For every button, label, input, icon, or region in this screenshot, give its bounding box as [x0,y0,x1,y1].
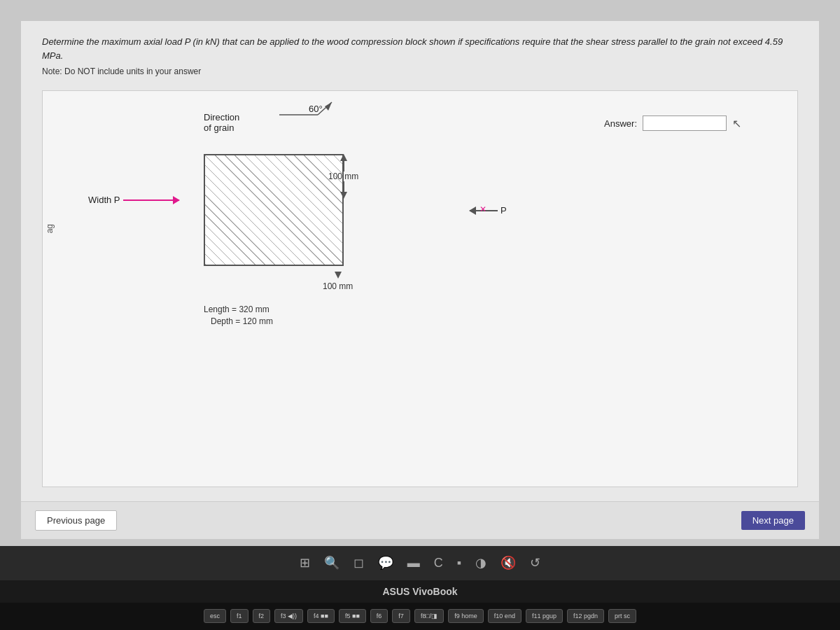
nav-bar: Previous page Next page [21,501,819,539]
svg-marker-2 [325,102,332,111]
answer-area: Answer: ↖ [604,115,741,131]
diagram-area: ag Direction of grain 60° [42,90,798,487]
key-esc[interactable]: esc [204,609,226,623]
key-f5[interactable]: f5 ■■ [339,609,366,623]
dim-100mm-bottom: 100 mm [323,272,353,291]
cursor-icon: ↖ [732,117,741,130]
key-f7[interactable]: f7 [392,609,410,623]
search-icon[interactable]: 🔍 [324,555,340,570]
taskbar-icon-3[interactable]: ◻ [354,555,364,570]
dim-100mm-top: 100 mm [328,154,358,199]
compression-block [204,154,344,266]
taskbar-top: ⊞ 🔍 ◻ 💬 ▬ C ▪ ◑ 🔇 ↺ [0,546,840,580]
length-label: Length = 320 mm [204,304,270,314]
taskbar-icon-6[interactable]: C [434,556,443,570]
key-f10[interactable]: f10 end [488,609,522,623]
direction-of-grain-label: Direction of grain [204,112,239,133]
p-right-label: P [470,205,507,216]
taskbar-icon-7[interactable]: ▪ [457,556,461,570]
left-tag: ag [45,224,55,233]
answer-label: Answer: [604,118,637,129]
answer-input[interactable] [643,115,727,131]
note-text: Note: Do NOT include units in your answe… [42,66,798,76]
taskbar-icon-5[interactable]: ▬ [407,556,420,570]
next-page-button[interactable]: Next page [741,511,805,530]
keyboard-row: esc f1 f2 f3 ◀)) f4 ■■ f5 ■■ f6 f7 f8□/◨… [0,603,840,630]
key-f1[interactable]: f1 [230,609,248,623]
taskbar-icon-8[interactable]: ◑ [475,555,486,570]
key-f9[interactable]: f9 home [448,609,484,623]
angle-label: 60° [309,104,323,114]
key-f11[interactable]: f11 pgup [526,609,563,623]
depth-label: Depth = 120 mm [211,316,273,326]
direction-arrow [279,101,335,139]
taskbar: ⊞ 🔍 ◻ 💬 ▬ C ▪ ◑ 🔇 ↺ ASUS VivoBook esc f1… [0,546,840,630]
key-prtsc[interactable]: prt sc [608,609,636,623]
windows-icon[interactable]: ⊞ [300,555,310,570]
previous-page-button[interactable]: Previous page [35,510,117,531]
taskbar-icon-4[interactable]: 💬 [378,555,393,570]
key-f6[interactable]: f6 [370,609,388,623]
key-f4[interactable]: f4 ■■ [307,609,335,623]
taskbar-icon-9[interactable]: 🔇 [500,555,516,570]
key-f3[interactable]: f3 ◀)) [274,609,303,623]
taskbar-icon-10[interactable]: ↺ [530,555,540,570]
key-f8[interactable]: f8□/◨ [414,609,444,623]
asus-brand-label: ASUS VivoBook [0,580,840,603]
key-f2[interactable]: f2 [253,609,271,623]
question-text: Determine the maximum axial load P (in k… [42,35,798,62]
width-p-label: Width P [88,195,179,205]
key-f12[interactable]: f12 pgdn [567,609,604,623]
